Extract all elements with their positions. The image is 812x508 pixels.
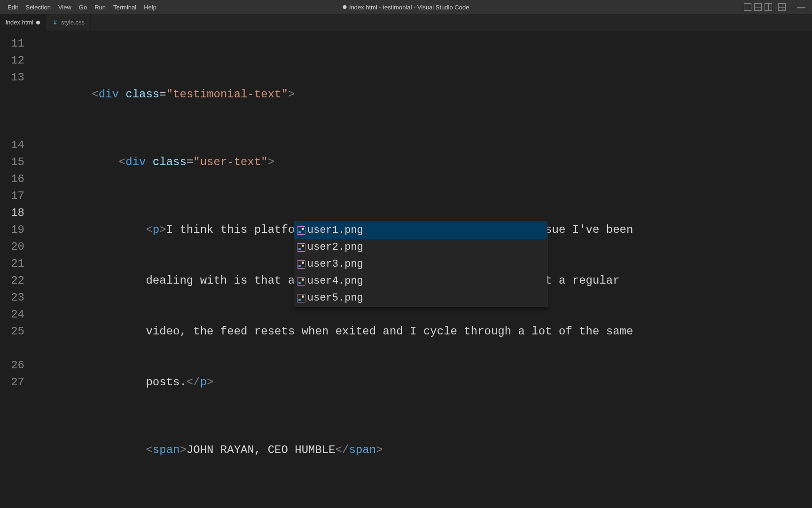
suggest-label: user2.png [307,239,363,256]
menu-bar: Edit Selection View Go Run Terminal Help [0,2,160,13]
line-number: 11 [0,35,33,52]
modified-dot-icon [343,5,347,9]
code-line[interactable]: video, the feed resets when exited and I… [38,323,812,340]
menu-selection[interactable]: Selection [22,2,54,13]
line-number [0,120,33,137]
line-number: 12 [0,52,33,69]
menu-edit[interactable]: Edit [4,2,22,13]
line-number: 21 [0,255,33,272]
modified-indicator-icon[interactable] [36,21,40,24]
line-number: 27 [0,374,33,391]
css-file-icon: # [52,19,58,26]
editor[interactable]: 11 12 13 14 15 16 17 18 19 20 21 22 23 2… [0,31,812,508]
tab-index-html[interactable]: index.html [0,14,46,31]
line-number [0,86,33,103]
line-number: 26 [0,357,33,374]
layout-panel-left-icon[interactable] [744,3,751,11]
code-line[interactable]: <div class="testimonial-text"> [38,86,812,103]
line-number [0,340,33,357]
window-title-text: index.html - testimonial - Visual Studio… [350,4,469,11]
line-number: 17 [0,188,33,205]
suggest-item-user3[interactable]: user3.png [294,256,547,273]
suggest-item-user4[interactable]: user4.png [294,273,547,290]
minimize-button[interactable]: — [794,2,808,12]
menu-help[interactable]: Help [140,2,160,13]
image-file-icon [297,226,305,235]
line-number: 20 [0,238,33,255]
suggest-label: user3.png [307,256,363,273]
code-line[interactable]: <div class="user-text"> [38,154,812,171]
tab-label: index.html [6,19,33,26]
layout-icons [744,3,786,11]
image-file-icon [297,277,305,286]
suggest-item-user1[interactable]: user1.png [294,222,547,239]
menu-go[interactable]: Go [75,2,91,13]
line-number: 24 [0,306,33,323]
layout-panel-bottom-icon[interactable] [754,3,762,11]
window-title: index.html - testimonial - Visual Studio… [343,4,469,11]
line-number: 18 [0,205,33,222]
code-line[interactable]: <span>JOHN RAYAN, CEO HUMBLE</span> [38,442,812,459]
menu-run[interactable]: Run [91,2,109,13]
suggest-item-user2[interactable]: user2.png [294,239,547,256]
tabs-bar: index.html # style.css [0,14,812,31]
line-number: 16 [0,171,33,188]
line-number: 14 [0,137,33,154]
suggest-label: user1.png [307,222,363,239]
image-file-icon [297,294,305,302]
image-file-icon [297,260,305,269]
layout-panel-right-icon[interactable] [765,3,772,11]
suggest-item-user5[interactable]: user5.png [294,290,547,307]
divider [775,3,775,11]
suggest-label: user5.png [307,290,363,307]
tab-style-css[interactable]: # style.css [46,14,91,31]
line-number-gutter: 11 12 13 14 15 16 17 18 19 20 21 22 23 2… [0,31,33,391]
line-number [0,103,33,120]
autocomplete-popup[interactable]: user1.png user2.png user3.png user4.png … [294,222,547,307]
title-controls: — [744,2,812,12]
menu-terminal[interactable]: Terminal [109,2,140,13]
line-number: 23 [0,289,33,306]
layout-customize-icon[interactable] [778,3,786,11]
title-bar: Edit Selection View Go Run Terminal Help… [0,0,812,14]
tab-label: style.css [61,19,85,26]
image-file-icon [297,243,305,252]
line-number: 13 [0,69,33,86]
line-number: 25 [0,323,33,340]
suggest-label: user4.png [307,273,363,290]
code-line[interactable]: posts.</p> [38,374,812,391]
line-number: 19 [0,222,33,238]
line-number: 15 [0,154,33,171]
menu-view[interactable]: View [55,2,75,13]
line-number: 22 [0,272,33,289]
